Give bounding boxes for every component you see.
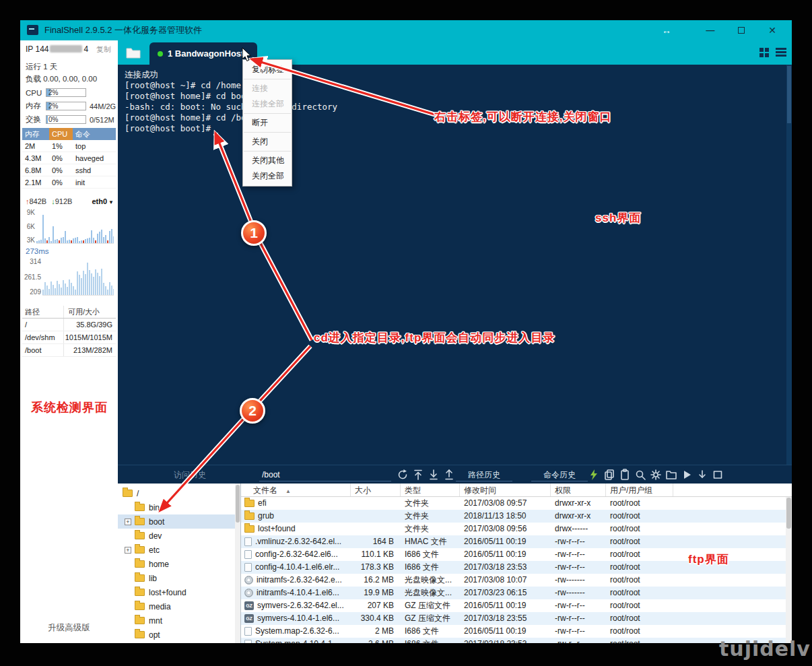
file-owner: root/root — [606, 638, 673, 643]
file-name: symvers-2.6.32-642.el... — [257, 599, 344, 612]
minimize-button[interactable]: — — [700, 20, 720, 40]
path-input[interactable] — [259, 468, 391, 481]
tree-item-label: lib — [149, 574, 157, 583]
file-table-body: efi文件夹2017/03/08 09:57drwxr-xr-xroot/roo… — [241, 497, 792, 643]
path-history-dropdown[interactable]: 路径历史 — [456, 468, 512, 481]
menu-icon[interactable] — [776, 48, 786, 50]
expand-icon[interactable]: + — [125, 519, 131, 525]
gear-icon[interactable] — [650, 469, 662, 481]
file-row[interactable]: lost+found文件夹2017/03/08 09:56drwx------r… — [241, 523, 792, 535]
tree-scrollbar[interactable] — [235, 484, 240, 643]
tree-item-lost+found[interactable]: lost+found — [118, 585, 240, 599]
file-perm: -rw------- — [551, 574, 606, 587]
uptime-label: 运行 1 天 — [26, 62, 57, 72]
file-icon — [244, 627, 252, 636]
maximize-button[interactable] — [731, 20, 751, 40]
refresh-icon[interactable] — [397, 469, 409, 481]
window-icon[interactable] — [712, 469, 724, 481]
file-table-scrollbar[interactable] — [786, 497, 792, 643]
copy-icon[interactable] — [603, 469, 615, 481]
paste-icon[interactable] — [619, 469, 631, 481]
file-row[interactable]: initramfs-2.6.32-642.e...16.2 MB光盘映像文...… — [241, 574, 792, 587]
open-connection-folder-button[interactable] — [125, 44, 142, 61]
terminal[interactable]: 连接成功[root@host ~]# cd /home[root@host ho… — [118, 65, 792, 465]
file-col-header-3[interactable]: 修改时间 — [460, 484, 551, 496]
folder-icon — [135, 631, 145, 638]
tab-bar: 1 BandwagonHost — [118, 40, 792, 65]
context-menu-item[interactable]: 关闭全部 — [243, 168, 292, 184]
file-name-cell: GZsymvers-4.10.4-1.el6... — [241, 612, 351, 625]
context-menu-item[interactable]: 复制标签 — [243, 62, 292, 77]
file-type: GZ 压缩文件 — [401, 599, 460, 612]
tree-item-label: boot — [149, 517, 164, 527]
sync-arrows-icon[interactable]: ↔ — [656, 20, 677, 40]
quick-command-icon[interactable] — [588, 469, 600, 481]
tree-item-dev[interactable]: dev — [118, 529, 240, 543]
expand-icon[interactable]: + — [125, 547, 131, 554]
tree-item-etc[interactable]: +etc — [118, 543, 240, 557]
interface-dropdown[interactable]: eth0▼ — [92, 197, 114, 205]
tree-item-home[interactable]: home — [118, 557, 240, 571]
file-perm: -rw------- — [551, 587, 606, 599]
grid-view-icon[interactable] — [759, 48, 764, 52]
file-size: 164 B — [351, 535, 401, 548]
file-mtime: 2017/03/18 23:55 — [460, 612, 551, 625]
file-row[interactable]: System.map-4.10.4-1...2.6 MBI686 文件2017/… — [241, 638, 792, 643]
tree-item-boot[interactable]: +boot — [118, 514, 240, 529]
context-menu-item[interactable]: 关闭 — [243, 134, 292, 149]
process-row: 4.3M0%haveged — [22, 152, 116, 164]
file-row[interactable]: .vmlinuz-2.6.32-642.el...164 BHMAC 文件201… — [241, 535, 792, 548]
close-button[interactable]: ✕ — [762, 20, 782, 40]
file-name: System.map-2.6.32-6... — [255, 625, 339, 638]
tree-item-lib[interactable]: lib — [118, 571, 240, 585]
tree-item--[interactable]: / — [118, 486, 240, 500]
context-menu-item[interactable]: 断开 — [243, 115, 292, 131]
open-folder-icon[interactable] — [665, 469, 677, 481]
watermark: tujidelv — [719, 637, 811, 661]
tab-bandwagonhost[interactable]: 1 BandwagonHost — [149, 42, 257, 65]
scroll-thumb[interactable] — [786, 498, 791, 529]
terminal-line: [root@host boot]# — [125, 123, 792, 134]
file-row[interactable]: grub文件夹2018/11/13 18:50drwxr-xr-xroot/ro… — [241, 510, 792, 523]
terminal-scrollbar[interactable] — [786, 65, 792, 465]
scroll-thumb[interactable] — [236, 485, 240, 523]
file-row[interactable]: GZsymvers-2.6.32-642.el...207 KBGZ 压缩文件2… — [241, 599, 792, 612]
file-row[interactable]: GZsymvers-4.10.4-1.el6...330.4 KBGZ 压缩文件… — [241, 612, 792, 625]
command-history-dropdown[interactable]: 命令历史 — [531, 468, 588, 481]
upgrade-link[interactable]: 升级高级版 — [20, 622, 118, 634]
up-directory-icon[interactable] — [412, 469, 424, 481]
tree-item-label: media — [149, 602, 171, 611]
connected-dot-icon — [158, 51, 163, 57]
copy-ip-button[interactable]: 复制 — [96, 44, 111, 55]
download-icon[interactable] — [428, 469, 440, 481]
file-name-cell: .vmlinuz-2.6.32-642.el... — [241, 535, 351, 548]
file-col-header-1[interactable]: 大小 — [351, 484, 401, 496]
scroll-thumb[interactable] — [787, 66, 791, 123]
file-col-header-4[interactable]: 权限 — [551, 484, 606, 496]
process-table: 内存CPU命令2M1%top4.3M0%haveged6.8M0%sshd2.1… — [22, 128, 116, 189]
tree-item-mnt[interactable]: mnt — [118, 613, 240, 628]
access-history-label[interactable]: 访问历史 — [174, 465, 206, 484]
upload-icon[interactable] — [443, 469, 455, 481]
ftp-tree: /bin+bootdev+etchomeliblost+foundmediamn… — [118, 484, 241, 643]
tree-item-opt[interactable]: opt — [118, 628, 240, 642]
file-row[interactable]: initramfs-4.10.4-1.el6...19.9 MB光盘映像文...… — [241, 587, 792, 599]
file-col-header-5[interactable]: 用户/用户组 — [606, 484, 673, 496]
file-row[interactable]: System.map-2.6.32-6...2 MBI686 文件2016/05… — [241, 625, 792, 638]
title-bar[interactable]: FinalShell 2.9.5.2 一体化服务器管理软件 ↔ — ✕ — [20, 20, 792, 40]
arrow-down-icon[interactable] — [696, 469, 708, 481]
monitor-sidebar: IP 1444 复制 运行 1 天 负载 0.00, 0.00, 0.00 CP… — [20, 40, 118, 643]
tree-item-label: / — [137, 489, 139, 498]
chevron-down-icon: ▼ — [108, 199, 114, 205]
annotation-ssh: ssh界面 — [595, 210, 641, 226]
search-icon[interactable] — [634, 469, 646, 481]
file-col-header-2[interactable]: 类型 — [401, 484, 460, 496]
file-row[interactable]: efi文件夹2017/03/08 09:57drwxr-xr-xroot/roo… — [241, 497, 792, 510]
tree-item-bin[interactable]: bin — [118, 500, 240, 514]
file-col-header-0[interactable]: 文件名▲ — [241, 484, 351, 496]
net-down: ↓912B — [51, 197, 72, 205]
tree-item-media[interactable]: media — [118, 599, 240, 613]
context-menu-item[interactable]: 关闭其他 — [243, 153, 292, 168]
run-icon[interactable] — [681, 469, 693, 481]
file-mtime: 2017/03/18 23:53 — [460, 561, 551, 574]
